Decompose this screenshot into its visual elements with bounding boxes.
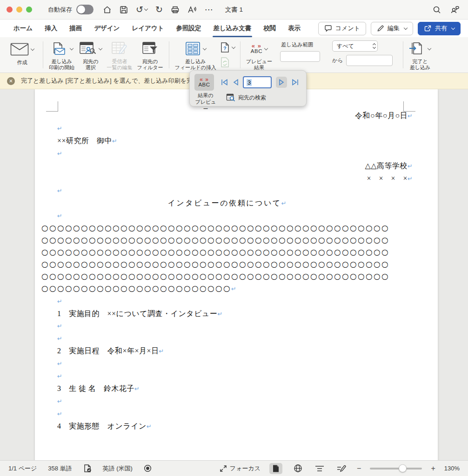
pilcrow-mark: ↵ [57,187,62,194]
tab-home[interactable]: ホーム [7,20,39,37]
document-page[interactable]: 令和○年○月○日↵ ↵ ××研究所 御中↵ ↵ △△高等学校↵ × × × ×↵… [35,89,438,460]
zoom-slider[interactable] [370,468,422,469]
print-icon[interactable] [171,6,180,14]
doc-title-line: インタビューの依頼について↵ [41,197,413,210]
comments-button[interactable]: コメント [318,22,366,35]
tab-insert[interactable]: 挿入 [39,20,63,37]
draft-view-button[interactable] [335,463,348,474]
macro-record-icon[interactable] [144,464,152,472]
pilcrow-mark: ↵ [57,410,62,417]
chevron-down-icon [31,47,34,51]
redo-icon[interactable]: ↻ [155,4,163,15]
pilcrow-mark: ↵ [281,200,287,207]
create-button[interactable]: 作成 [5,40,40,71]
pilcrow-mark: ↵ [57,323,62,330]
start-mail-merge-button[interactable]: 差し込み印刷の開始 [47,40,77,71]
doc-body-line: ○○○○○○○○○○○○○○○○○○○○○○○○○○○○○○○○○○○○○○○○… [41,246,413,258]
finish-merge-icon [409,41,426,56]
ribbon-divider [403,41,403,68]
merge-from-input[interactable] [346,55,393,66]
zoom-level[interactable]: 130% [444,465,460,472]
insert-merge-field-button[interactable]: 差し込みフィールドの挿入 [173,40,219,71]
print-layout-view-button[interactable] [269,463,282,474]
next-record-button[interactable] [276,77,287,88]
zoom-window-button[interactable] [26,7,32,13]
zoom-out-button[interactable]: − [357,464,361,473]
chevron-down-icon [451,26,455,30]
tab-draw[interactable]: 描画 [63,20,88,37]
close-window-button[interactable] [7,7,13,13]
merge-range-input[interactable] [280,51,320,62]
doc-body-line: ○○○○○○○○○○○○○○○○○○○○○○○○↵ [41,283,413,295]
chevron-down-icon [404,26,408,30]
last-record-icon[interactable] [291,79,299,86]
tab-layout[interactable]: レイアウト [126,20,170,37]
title-bar: 自動保存 ↺ ↻ ⋯ 文書 1 [0,0,468,20]
preview-results-button[interactable]: « » ABC プレビュー結果 [244,40,274,71]
pilcrow-mark: ↵ [408,175,413,182]
proofing-status-icon[interactable] [83,464,92,473]
stepper-icon [373,44,375,48]
globe-icon [294,464,302,473]
close-message-icon[interactable]: ✕ [7,77,15,85]
autosave-toggle[interactable] [76,5,94,14]
first-record-icon[interactable] [221,79,228,86]
record-number-input[interactable]: 3 [243,76,272,88]
status-bar: 1/1 ページ 358 単語 英語 (米国) フォーカス − + 130% [0,460,468,476]
select-recipients-button[interactable]: 宛先の選択 [77,40,104,71]
previous-record-icon[interactable] [233,79,239,86]
minimize-window-button[interactable] [16,7,22,13]
read-aloud-icon[interactable] [187,6,197,14]
home-icon[interactable] [103,6,112,14]
doc-body-line: ○○○○○○○○○○○○○○○○○○○○○○○○○○○○○○○○○○○○○○○○… [41,234,413,246]
pilcrow-mark: ↵ [57,360,62,367]
undo-chevron-icon[interactable] [144,7,148,11]
tab-references[interactable]: 参照設定 [170,20,207,37]
search-icon[interactable] [433,6,441,14]
presence-people-icon[interactable] [450,6,460,14]
rules-button[interactable]: ? [221,41,235,53]
save-icon[interactable] [120,6,128,14]
filter-recipients-button[interactable]: 宛先のフィルター [135,40,166,71]
doc-line: 3 生 徒 名 鈴木花子↵ [41,383,413,395]
more-commands-icon[interactable]: ⋯ [205,5,213,15]
edit-recipient-list-button: 受信者一覧の編集 [104,40,134,71]
rules-icon: ? [221,42,230,53]
document-area[interactable]: 令和○年○月○日↵ ↵ ××研究所 御中↵ ↵ △△高等学校↵ × × × ×↵… [0,89,468,460]
select-recipients-icon [79,41,97,57]
merge-range-select[interactable]: すべて [332,40,378,52]
doc-line: 2 実施日程 令和×年×月×日↵ [41,345,413,357]
find-recipient-button[interactable]: 宛先の検索 [226,93,266,102]
results-preview-toggle[interactable]: « » ABC [194,74,214,91]
chevron-down-icon [70,46,74,50]
zoom-slider-thumb[interactable] [399,464,407,472]
web-layout-view-button[interactable] [291,463,304,474]
language-status[interactable]: 英語 (米国) [103,464,133,473]
window-controls [7,7,32,13]
update-labels-icon [221,57,230,68]
ribbon: 作成 差し込み印刷の開始 宛先の選択 受信者一覧の編集 宛先のフィルター [0,37,468,73]
pilcrow-mark: ↵ [217,311,222,317]
doc-line: ××研究所 御中↵ [41,135,413,147]
tab-design[interactable]: デザイン [88,20,126,37]
doc-line: ↵ [41,320,413,332]
share-button[interactable]: 共有 [418,22,461,35]
editing-mode-button[interactable]: 編集 [371,22,413,35]
page-count[interactable]: 1/1 ページ [8,464,37,473]
tab-mailings[interactable]: 差し込み文書 [207,20,258,37]
undo-icon[interactable]: ↺ [136,4,147,15]
tab-view[interactable]: 表示 [282,20,307,37]
filter-recipients-icon [142,41,159,57]
preview-results-palette: « » ABC 3 結果のプレビュー 宛先の検索 [189,70,307,106]
pencil-icon [377,25,384,32]
outline-view-button[interactable] [313,463,326,474]
autosave-label: 自動保存 [48,6,72,14]
zoom-in-button[interactable]: + [431,464,435,473]
tab-review[interactable]: 校閲 [257,20,282,37]
word-count[interactable]: 358 単語 [48,464,72,473]
focus-button[interactable]: フォーカス [220,464,261,473]
finish-merge-button[interactable]: 完了と差し込み [407,40,433,71]
doc-line: × × × ×↵ [41,172,413,185]
chevron-down-icon [264,46,268,50]
pilcrow-mark: ↵ [408,163,413,170]
